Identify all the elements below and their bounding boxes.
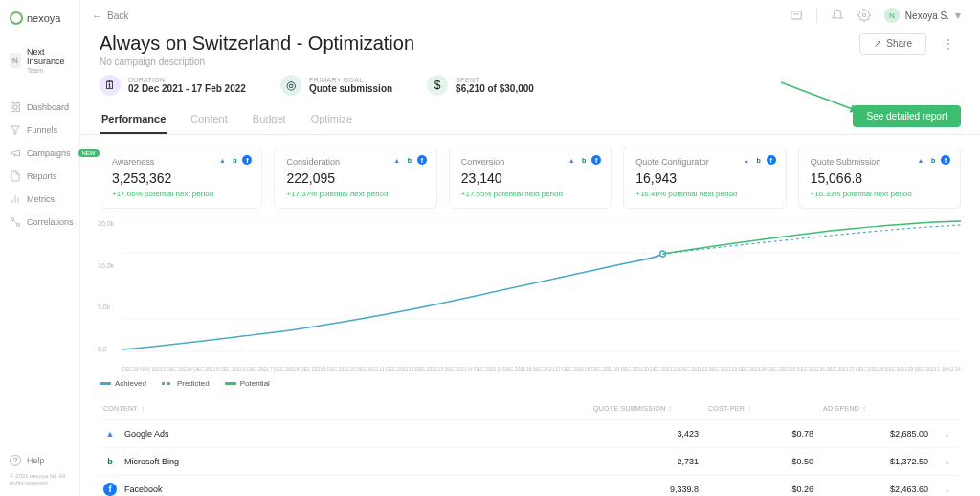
expand-row[interactable]: ⌄: [938, 457, 957, 466]
logo[interactable]: nexoya: [6, 8, 74, 29]
help-icon: ?: [10, 455, 21, 466]
help-link[interactable]: ? Help: [6, 450, 74, 471]
gear-icon[interactable]: [858, 9, 871, 22]
x-tick: 13 DEC 2021: [438, 366, 467, 372]
expand-row[interactable]: ⌄: [938, 429, 957, 439]
table-row: bMicrosoft Bing 2,731 $0.50 $1,372.50 ⌄: [100, 448, 961, 476]
swatch-icon: [225, 382, 236, 385]
back-link[interactable]: ← Back: [92, 11, 128, 21]
x-axis: DEC29 NOV 20212 DEC 20214 DEC 20215 DEC …: [100, 366, 961, 372]
table-row: ▲Google Ads 3,423 $0.78 $2,685.00 ⌄: [100, 420, 961, 448]
account-name: Next Insurance: [27, 48, 70, 67]
swatch-icon: [100, 382, 111, 385]
google-ads-icon: ▲: [103, 427, 117, 440]
th-spend[interactable]: AD SPEND↕: [823, 404, 938, 413]
google-icon: ▲: [217, 155, 227, 165]
meta-label: PRIMARY GOAL: [309, 77, 392, 83]
nav-campaigns[interactable]: Campaigns NEW: [6, 143, 74, 164]
campaign-meta: 🗓 DURATION 02 Dec 2021 - 17 Feb 2022 ◎ P…: [80, 75, 980, 107]
google-icon: ▲: [742, 155, 751, 165]
x-tick: 5 DEC 2021: [216, 366, 242, 372]
x-tick: 20 DEC 2021: [643, 366, 672, 372]
th-quote[interactable]: QUOTE SUBMISSION↕: [593, 404, 708, 413]
google-icon: ▲: [916, 155, 925, 165]
svg-rect-3: [16, 108, 20, 112]
x-tick: 4 DEC 2021: [189, 366, 215, 372]
help-label: Help: [27, 456, 45, 465]
cell-sp: $2,463.60: [823, 485, 938, 494]
tab-content[interactable]: Content: [189, 107, 230, 134]
nav-label: Correlations: [27, 217, 74, 227]
card-submission: ▲bf Quote Submission 15,066.8 +16.33% po…: [798, 147, 961, 209]
meta-value: 02 Dec 2021 - 17 Feb 2022: [128, 83, 246, 94]
card-value: 3,253,362: [112, 170, 250, 186]
megaphone-icon: [10, 147, 21, 159]
account-switcher[interactable]: N Next Insurance Team: [6, 44, 74, 78]
see-report-button[interactable]: See detailed report: [853, 105, 961, 127]
nav-dashboard[interactable]: Dashboard: [6, 97, 74, 118]
cell-qs: 3,423: [593, 429, 708, 439]
copyright: © 2021 nexoya ltd. All rights reserved.: [6, 471, 74, 488]
legend-potential: Potential: [225, 379, 270, 388]
target-icon: ◎: [280, 75, 301, 96]
svg-rect-2: [11, 108, 15, 112]
nav-reports[interactable]: Reports: [6, 166, 74, 187]
channel-name: Microsoft Bing: [124, 457, 179, 466]
logo-icon: [10, 11, 23, 25]
card-delta: +16.46% potential next period: [635, 190, 773, 198]
tabs: Performance Content Budget Optimize See …: [80, 107, 980, 135]
x-tick: 29 NOV 2021: [133, 366, 162, 372]
bing-icon: b: [230, 155, 239, 165]
tab-optimize[interactable]: Optimize: [309, 107, 354, 134]
nav: Dashboard Funnels Campaigns NEW Reports …: [6, 97, 74, 450]
facebook-icon: f: [103, 483, 117, 496]
user-menu[interactable]: N Nexoya S. ▾: [884, 8, 961, 23]
x-tick: 21 DEC 2021: [673, 366, 702, 372]
facebook-icon: f: [941, 155, 950, 165]
swatch-icon: [162, 382, 173, 385]
x-tick: 10 DEC 2021: [350, 366, 379, 372]
tab-budget[interactable]: Budget: [251, 107, 288, 134]
x-tick: 28 DEC 2021: [879, 366, 907, 372]
card-value: 15,066.8: [811, 170, 948, 186]
svg-marker-4: [11, 126, 20, 135]
sidebar: nexoya N Next Insurance Team Dashboard F…: [0, 0, 80, 496]
table-row: fFacebook 9,339.8 $0.26 $2,463.60 ⌄: [100, 476, 961, 496]
tab-performance[interactable]: Performance: [100, 107, 167, 134]
share-button[interactable]: ↗ Share: [859, 33, 926, 55]
nav-correlations[interactable]: Correlations: [6, 212, 74, 233]
th-cost[interactable]: COST-PER↕: [708, 404, 823, 413]
cell-qs: 9,339.8: [593, 485, 708, 494]
cell-cp: $0.50: [708, 457, 823, 466]
sort-icon: ↕: [862, 404, 866, 413]
channel-icons: ▲bf: [567, 155, 601, 165]
facebook-icon: f: [417, 155, 427, 165]
channel-icons: ▲bf: [916, 155, 950, 165]
dollar-icon: $: [427, 75, 448, 96]
expand-row[interactable]: ⌄: [938, 485, 957, 494]
x-tick: 27 DEC 2021: [849, 366, 878, 372]
bell-icon[interactable]: [831, 9, 844, 22]
legend-label: Achieved: [115, 379, 146, 388]
meta-value: Quote submission: [309, 83, 392, 94]
x-tick: 8 DEC 2021: [297, 366, 323, 372]
more-menu[interactable]: ⋮: [936, 36, 961, 52]
card-awareness: ▲bf Awareness 3,253,362 +17.66% potentia…: [100, 147, 262, 209]
channel-name: Google Ads: [124, 429, 169, 439]
nav-metrics[interactable]: Metrics: [6, 189, 74, 210]
arrow-left-icon: ←: [92, 11, 101, 21]
channel-icons: ▲bf: [742, 155, 776, 165]
sort-icon: ↕: [669, 404, 673, 413]
cell-sp: $1,372.50: [823, 457, 938, 466]
card-delta: +17.55% potential next period: [461, 190, 599, 198]
logo-text: nexoya: [27, 12, 60, 24]
channel-icons: ▲bf: [217, 155, 252, 165]
user-name: Nexoya S.: [905, 11, 949, 21]
nav-funnels[interactable]: Funnels: [6, 120, 74, 141]
message-icon[interactable]: [790, 9, 803, 22]
cell-qs: 2,731: [593, 457, 708, 466]
card-conversion: ▲bf Conversion 23,140 +17.55% potential …: [449, 147, 612, 209]
sort-icon: ↕: [141, 404, 145, 413]
th-content[interactable]: CONTENT↕: [103, 404, 593, 413]
legend-label: Predicted: [177, 379, 210, 388]
